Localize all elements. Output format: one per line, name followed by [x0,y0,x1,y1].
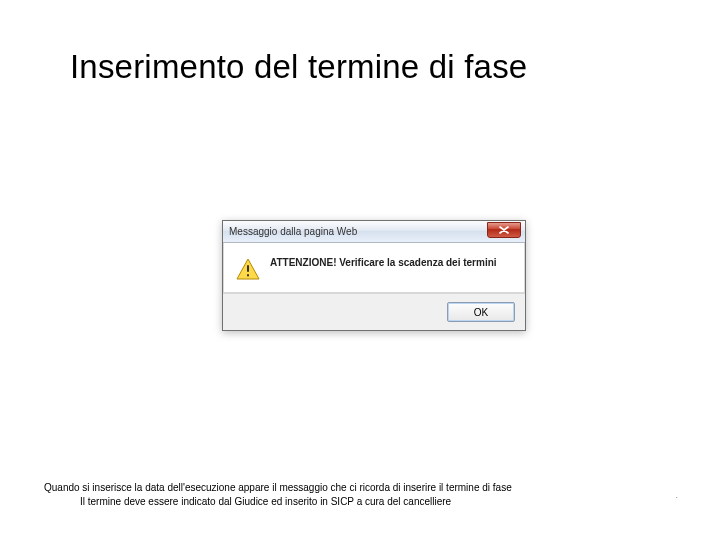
warning-icon [236,258,260,280]
close-button[interactable] [487,222,521,238]
caption-line-1: Quando si inserisce la data dell'esecuzi… [44,482,512,493]
dialog-titlebar: Messaggio dalla pagina Web [223,221,525,243]
message-dialog: Messaggio dalla pagina Web ATTENZIONE! V… [222,220,526,331]
svg-rect-0 [247,265,249,272]
caption-line-2: Il termine deve essere indicato dal Giud… [44,495,600,509]
caption: Quando si inserisce la data dell'esecuzi… [44,481,600,508]
dialog-titlebar-text: Messaggio dalla pagina Web [223,226,357,237]
dialog-wrapper: Messaggio dalla pagina Web ATTENZIONE! V… [222,220,526,331]
ok-button[interactable]: OK [447,302,515,322]
slide-title: Inserimento del termine di fase [70,48,680,86]
page-indicator: . [675,490,678,500]
dialog-body: ATTENZIONE! Verificare la scadenza dei t… [223,243,525,293]
dialog-button-row: OK [223,293,525,330]
svg-rect-1 [247,274,249,276]
close-icon [499,226,509,234]
dialog-message: ATTENZIONE! Verificare la scadenza dei t… [270,257,497,268]
